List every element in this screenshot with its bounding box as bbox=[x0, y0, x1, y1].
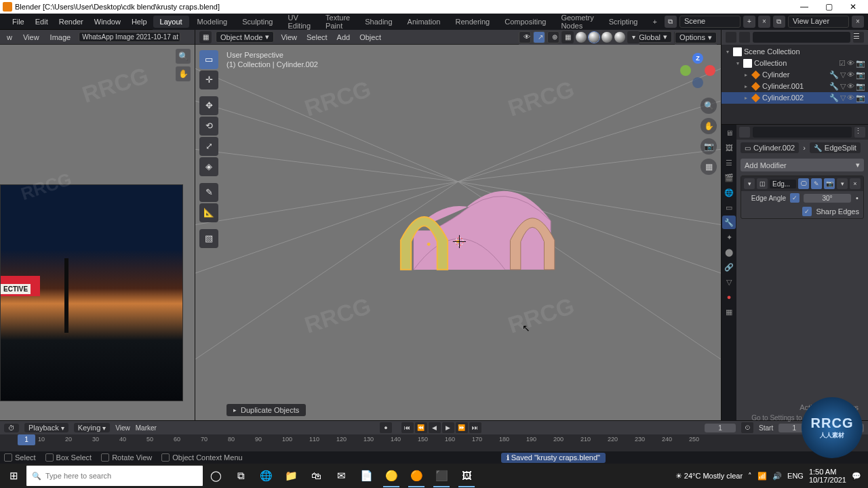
shading-matprev-icon[interactable] bbox=[601, 32, 612, 43]
outliner-item-cylinder002[interactable]: ▸ Cylinder.002 🔧▽👁📷 bbox=[722, 92, 868, 104]
vp-menu-select[interactable]: Select bbox=[304, 32, 330, 43]
task-blender-icon[interactable]: 🟠 bbox=[404, 464, 429, 488]
visibility-icon[interactable]: 👁 bbox=[519, 31, 531, 43]
prop-tab-physics[interactable]: ⬤ bbox=[722, 245, 736, 259]
prop-tab-world[interactable]: 🌐 bbox=[722, 186, 736, 199]
tab-texture-paint[interactable]: Texture Paint bbox=[319, 12, 357, 32]
autokey-icon[interactable]: ● bbox=[380, 422, 392, 433]
mode-select[interactable]: Object Mode▾ bbox=[216, 31, 274, 43]
jump-end-icon[interactable]: ⏭ bbox=[469, 422, 481, 433]
play-icon[interactable]: ▶ bbox=[442, 422, 454, 433]
tool-measure[interactable]: 📐 bbox=[199, 203, 218, 222]
menu-edit[interactable]: Edit bbox=[30, 16, 54, 28]
prop-tab-texture[interactable]: ▦ bbox=[722, 305, 736, 319]
viewlayer-name[interactable]: View Layer bbox=[788, 16, 849, 28]
maximize-button[interactable]: ▢ bbox=[816, 0, 841, 14]
gizmo-nz-icon[interactable] bbox=[692, 77, 703, 88]
tool-transform[interactable]: ◈ bbox=[199, 157, 218, 176]
imged-mode[interactable]: w bbox=[4, 32, 15, 43]
task-cortana-icon[interactable]: ◯ bbox=[203, 464, 228, 488]
mod-editmode-icon[interactable]: ✎ bbox=[811, 178, 822, 189]
shading-solid-icon[interactable] bbox=[589, 32, 599, 43]
start-button[interactable]: ⊞ bbox=[1, 464, 26, 488]
prop-tab-scene[interactable]: 🎬 bbox=[722, 171, 736, 184]
prop-tab-object[interactable]: ▭ bbox=[722, 201, 736, 214]
timeline-ruler[interactable]: 1 10203040506070809010011012013014015016… bbox=[0, 434, 868, 451]
options-button[interactable]: Options ▾ bbox=[675, 32, 717, 43]
tab-compositing[interactable]: Compositing bbox=[498, 16, 553, 28]
edge-angle-check[interactable]: ✓ bbox=[790, 193, 800, 203]
zoom-nav-icon[interactable]: 🔍 bbox=[701, 98, 717, 114]
play-rev-icon[interactable]: ◀ bbox=[429, 422, 441, 433]
add-modifier-button[interactable]: Add Modifier▾ bbox=[741, 159, 864, 171]
sharp-edges-check[interactable]: ✓ bbox=[802, 207, 812, 216]
tool-select[interactable]: ▭ bbox=[199, 50, 218, 69]
task-photos-icon[interactable]: 🖼 bbox=[454, 464, 479, 488]
prop-tab-output[interactable]: 🖼 bbox=[722, 141, 736, 155]
pan-icon[interactable]: ✋ bbox=[176, 66, 191, 81]
timeline-view[interactable]: View bbox=[115, 424, 130, 432]
viewlayer-browse-icon[interactable]: ⧉ bbox=[773, 16, 785, 28]
scene-new-icon[interactable]: + bbox=[743, 16, 755, 28]
gizmo-x-icon[interactable] bbox=[705, 65, 715, 76]
tab-add[interactable]: + bbox=[646, 16, 663, 28]
tray-chevron-icon[interactable]: ˄ bbox=[748, 472, 752, 481]
prop-tab-constraints[interactable]: 🔗 bbox=[722, 260, 736, 274]
vp-menu-object[interactable]: Object bbox=[357, 32, 384, 43]
timeline-type-icon[interactable]: ⏱ bbox=[4, 424, 19, 432]
task-chrome-icon[interactable]: 🟡 bbox=[379, 464, 403, 488]
shading-render-icon[interactable] bbox=[614, 32, 625, 43]
crumb-object[interactable]: ▭ Cylinder.002 bbox=[741, 142, 799, 153]
image-name-field[interactable]: WhatsApp Image 2021-10-17 at 1.3 bbox=[79, 32, 180, 42]
outliner-filter-icon[interactable]: ☰ bbox=[853, 32, 864, 43]
keying-menu[interactable]: Keying ▾ bbox=[74, 423, 111, 432]
jump-nextkey-icon[interactable]: ⏩ bbox=[456, 422, 468, 433]
tray-clock[interactable]: 1:50 AM10/17/2021 bbox=[809, 468, 846, 484]
gizmo-z-icon[interactable]: Z bbox=[692, 53, 703, 64]
viewlayer-del-icon[interactable]: × bbox=[852, 16, 864, 28]
task-taskview-icon[interactable]: ⧉ bbox=[229, 464, 253, 488]
xray-icon[interactable]: ▦ bbox=[561, 31, 574, 43]
mod-extras-icon[interactable]: ▾ bbox=[837, 178, 848, 189]
task-edge-icon[interactable]: 🌐 bbox=[254, 464, 278, 488]
tray-volume-icon[interactable]: 🔊 bbox=[772, 472, 782, 481]
mod-delete-icon[interactable]: × bbox=[850, 178, 861, 189]
prop-tab-modifiers[interactable]: 🔧 bbox=[722, 216, 736, 229]
tool-addcube[interactable]: ▧ bbox=[199, 229, 218, 248]
close-button[interactable]: ✕ bbox=[841, 0, 865, 14]
outliner-mode-icon[interactable] bbox=[739, 32, 750, 43]
scene-del-icon[interactable]: × bbox=[758, 16, 770, 28]
frame-current[interactable]: 1 bbox=[705, 424, 736, 432]
tab-sculpting[interactable]: Sculpting bbox=[235, 16, 279, 28]
prop-tab-material[interactable]: ● bbox=[722, 290, 736, 304]
overlay-toggle-icon[interactable]: ⊕ bbox=[547, 31, 559, 43]
tab-animation[interactable]: Animation bbox=[401, 16, 448, 28]
tool-rotate[interactable]: ⟲ bbox=[199, 117, 218, 136]
pan-nav-icon[interactable]: ✋ bbox=[701, 118, 717, 134]
persp-nav-icon[interactable]: ▦ bbox=[701, 159, 717, 175]
props-options-icon[interactable]: ⋮ bbox=[854, 127, 865, 138]
minimize-button[interactable]: — bbox=[792, 0, 816, 14]
edge-angle-anim-icon[interactable]: • bbox=[855, 194, 859, 202]
menu-window[interactable]: Window bbox=[89, 16, 126, 28]
vp-menu-add[interactable]: Add bbox=[334, 32, 353, 43]
tool-annotate[interactable]: ✎ bbox=[199, 183, 218, 202]
outliner-item-cylinder[interactable]: ▸ Cylinder 🔧▽👁📷 bbox=[722, 69, 868, 81]
tab-shading[interactable]: Shading bbox=[358, 16, 399, 28]
outliner-search[interactable] bbox=[753, 32, 850, 43]
imged-view[interactable]: View bbox=[20, 32, 42, 43]
props-search[interactable] bbox=[753, 127, 852, 138]
editor-type-icon[interactable]: ▦ bbox=[199, 31, 212, 43]
tool-move[interactable]: ✥ bbox=[199, 96, 218, 115]
task-word-icon[interactable]: 📄 bbox=[354, 464, 378, 488]
prop-tab-particles[interactable]: ✦ bbox=[722, 230, 736, 244]
outliner-type-icon[interactable] bbox=[726, 32, 736, 43]
tab-rendering[interactable]: Rendering bbox=[448, 16, 496, 28]
prop-tab-render[interactable]: 🖥 bbox=[722, 126, 736, 140]
menu-help[interactable]: Help bbox=[126, 16, 153, 28]
imged-image[interactable]: Image bbox=[47, 32, 74, 43]
menu-render[interactable]: Render bbox=[54, 16, 89, 28]
tab-uv-editing[interactable]: UV Editing bbox=[281, 12, 317, 32]
task-mail-icon[interactable]: ✉ bbox=[329, 464, 353, 488]
outliner-collection-row[interactable]: ▾ Collection ☑👁📷 bbox=[722, 58, 868, 69]
